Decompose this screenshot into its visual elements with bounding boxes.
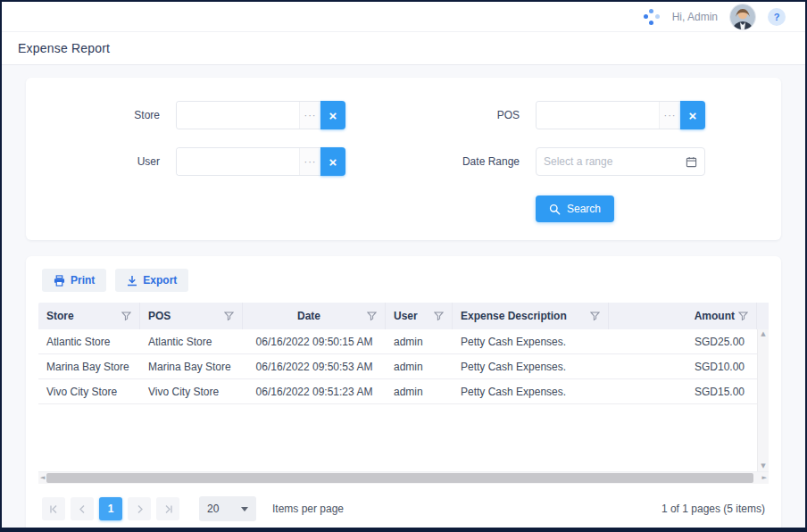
calendar-icon[interactable]: [686, 156, 697, 168]
vertical-scrollbar[interactable]: ▲ ▼: [757, 329, 769, 471]
export-button[interactable]: Export: [115, 269, 188, 292]
user-field: User ··· ×: [62, 147, 386, 176]
app-window: Hi, Admin ? Expense Report Store: [0, 0, 807, 532]
pager: 1 20 Items per page 1 of 1 pages (5 item…: [38, 484, 769, 523]
column-header-date[interactable]: Date: [243, 303, 386, 329]
user-label: User: [62, 155, 160, 168]
page-content: Store ··· × POS ···: [2, 65, 805, 528]
grid-header: Store POS Date: [38, 303, 769, 329]
date-range-field: Date Range: [421, 147, 745, 176]
search-button[interactable]: Search: [536, 195, 614, 222]
cell-store: Marina Bay Store: [38, 354, 140, 378]
cell-user: admin: [386, 354, 453, 378]
cell-description: Petty Cash Expenses.: [453, 354, 609, 378]
cell-pos: Atlantic Store: [140, 329, 243, 353]
scrollbar-thumb[interactable]: [46, 473, 753, 483]
filter-funnel-icon[interactable]: [121, 312, 131, 321]
search-icon: [549, 204, 561, 215]
table-row[interactable]: Atlantic Store Atlantic Store 06/16/2022…: [38, 329, 757, 354]
scroll-up-icon[interactable]: ▲: [761, 331, 765, 337]
cell-pos: Marina Bay Store: [140, 354, 243, 378]
scroll-left-icon[interactable]: ◄: [38, 475, 46, 481]
filter-funnel-icon[interactable]: [367, 312, 377, 321]
filter-funnel-icon[interactable]: [590, 312, 600, 321]
column-header-pos[interactable]: POS: [140, 303, 243, 329]
grid-toolbar: Print Export: [38, 269, 769, 292]
filter-panel: Store ··· × POS ···: [26, 78, 781, 240]
user-lookup-icon[interactable]: ···: [299, 148, 320, 175]
cell-date: 06/16/2022 09:51:23 AM: [243, 379, 386, 403]
last-page-button[interactable]: [156, 497, 179, 520]
first-page-button[interactable]: [42, 497, 65, 520]
page-title: Expense Report: [18, 41, 110, 55]
page-size-value: 20: [207, 503, 241, 515]
store-lookup-icon[interactable]: ···: [299, 102, 320, 129]
store-clear-button[interactable]: ×: [320, 101, 345, 129]
pos-clear-button[interactable]: ×: [680, 101, 705, 129]
help-icon[interactable]: ?: [768, 8, 786, 26]
cell-store: Vivo City Store: [38, 379, 140, 403]
table-row[interactable]: Marina Bay Store Marina Bay Store 06/16/…: [38, 354, 757, 379]
scroll-right-icon[interactable]: ►: [761, 475, 769, 481]
pos-label: POS: [421, 109, 520, 121]
filter-funnel-icon[interactable]: [434, 312, 444, 321]
chevron-down-icon: [241, 507, 248, 511]
column-header-amount[interactable]: Amount: [609, 303, 757, 329]
next-page-button[interactable]: [128, 497, 151, 520]
column-header-description[interactable]: Expense Description: [453, 303, 609, 329]
store-field: Store ··· ×: [62, 101, 386, 129]
avatar-image: [730, 4, 755, 29]
cell-store: Atlantic Store: [38, 329, 140, 353]
user-greeting: Hi, Admin: [672, 11, 718, 23]
current-page-button[interactable]: 1: [99, 497, 122, 520]
page-size-dropdown[interactable]: 20: [199, 496, 256, 521]
date-range-input[interactable]: [544, 155, 686, 168]
apps-launcher-icon[interactable]: [644, 9, 660, 25]
previous-page-button[interactable]: [71, 497, 94, 520]
column-header-store[interactable]: Store: [38, 303, 140, 329]
date-range-label: Date Range: [421, 155, 520, 168]
pager-summary: 1 of 1 pages (5 items): [661, 503, 765, 515]
cell-date: 06/16/2022 09:50:53 AM: [243, 354, 386, 378]
cell-amount: SGD10.00: [609, 354, 757, 378]
print-button[interactable]: Print: [42, 269, 106, 292]
store-label: Store: [62, 109, 160, 121]
horizontal-scrollbar[interactable]: ◄ ►: [38, 472, 769, 484]
items-per-page-label: Items per page: [272, 503, 344, 515]
cell-amount: SGD15.00: [609, 379, 757, 403]
header-scroll-spacer: [757, 303, 769, 329]
pos-lookup-icon[interactable]: ···: [659, 102, 680, 129]
cell-date: 06/16/2022 09:50:15 AM: [243, 329, 386, 353]
cell-amount: SGD25.00: [609, 329, 757, 353]
grid-body: Atlantic Store Atlantic Store 06/16/2022…: [38, 329, 769, 472]
top-bar: Hi, Admin ?: [2, 2, 805, 32]
export-icon: [127, 275, 137, 287]
cell-description: Petty Cash Expenses.: [453, 379, 609, 403]
filter-funnel-icon[interactable]: [738, 312, 748, 321]
search-button-label: Search: [567, 203, 601, 215]
scroll-down-icon[interactable]: ▼: [761, 463, 765, 470]
pos-field: POS ··· ×: [421, 101, 745, 129]
column-header-user[interactable]: User: [386, 303, 453, 329]
user-clear-button[interactable]: ×: [320, 147, 345, 176]
filter-funnel-icon[interactable]: [224, 312, 234, 321]
cell-description: Petty Cash Expenses.: [453, 329, 609, 353]
scrollbar-track[interactable]: [46, 472, 760, 484]
cell-user: admin: [386, 379, 453, 403]
expense-grid-panel: Print Export Store: [26, 256, 781, 528]
print-icon: [54, 275, 65, 287]
cell-user: admin: [386, 329, 453, 353]
print-button-label: Print: [71, 274, 95, 287]
table-row[interactable]: Vivo City Store Vivo City Store 06/16/20…: [38, 379, 757, 404]
user-avatar[interactable]: [730, 4, 755, 29]
store-input[interactable]: [177, 102, 299, 129]
pos-input[interactable]: [537, 102, 659, 129]
title-bar: Expense Report: [2, 32, 805, 65]
user-input[interactable]: [177, 148, 299, 175]
cell-pos: Vivo City Store: [140, 379, 243, 403]
export-button-label: Export: [143, 274, 177, 287]
